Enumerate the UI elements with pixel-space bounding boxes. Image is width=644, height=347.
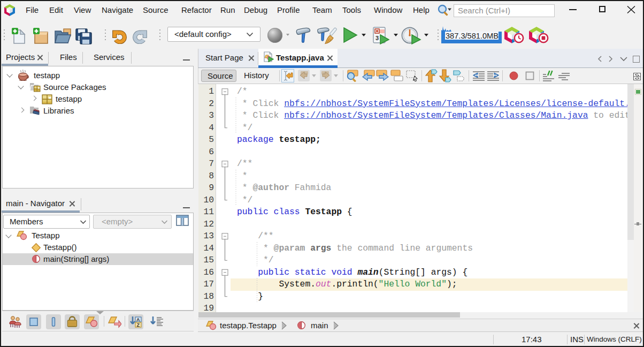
svg-text:A: A (136, 317, 140, 322)
svg-text:3: 3 (375, 35, 379, 41)
svg-text:387.3/581.0MB: 387.3/581.0MB (446, 32, 499, 40)
svg-text:Z: Z (137, 322, 140, 328)
